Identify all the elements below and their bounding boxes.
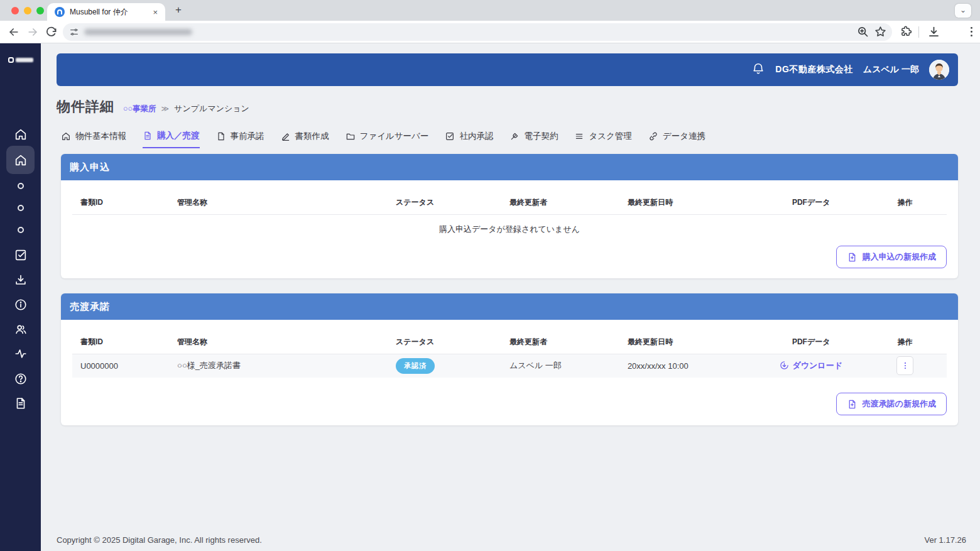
zoom-icon[interactable] bbox=[856, 25, 869, 38]
file-plus-icon bbox=[847, 252, 858, 263]
extensions-icon[interactable] bbox=[900, 25, 913, 38]
sidebar-item-activity[interactable] bbox=[0, 347, 41, 361]
app-sidebar bbox=[0, 43, 41, 551]
url-text-redacted bbox=[84, 29, 192, 35]
sidebar-item-documents[interactable] bbox=[0, 396, 41, 410]
file-plus-icon bbox=[847, 399, 858, 410]
home-icon bbox=[14, 128, 28, 141]
reload-icon[interactable] bbox=[45, 26, 58, 38]
musubell-logo bbox=[0, 57, 41, 63]
sidebar-item-downloads[interactable] bbox=[0, 273, 41, 287]
tab-data-link[interactable]: データ連携 bbox=[648, 130, 705, 148]
column-header: 操作 bbox=[864, 331, 947, 354]
circle-icon bbox=[18, 183, 24, 189]
list-icon bbox=[574, 131, 584, 141]
avatar[interactable] bbox=[929, 60, 949, 80]
tab-internal-approval[interactable]: 社内承認 bbox=[445, 130, 493, 148]
sidebar-item-approvals[interactable] bbox=[0, 248, 41, 262]
pencil-icon bbox=[281, 131, 291, 141]
create-purchase-application-button[interactable]: 購入申込の新規作成 bbox=[836, 246, 947, 268]
logo-wordmark bbox=[16, 58, 33, 62]
transfer-consent-panel: 売渡承諾 書類ID 管理名称 ステータス 最終更新者 最終更新日時 PDFデータ… bbox=[61, 293, 958, 425]
pen-nib-icon bbox=[509, 131, 520, 141]
tab-e-contract[interactable]: 電子契約 bbox=[509, 130, 558, 148]
back-icon[interactable] bbox=[8, 26, 20, 38]
status-badge: 承認済 bbox=[396, 358, 435, 374]
sidebar-item-sub-1[interactable] bbox=[0, 183, 41, 189]
column-header: 管理名称 bbox=[177, 192, 396, 214]
app-header-bar: DG不動産株式会社 ムスベル 一郎 bbox=[57, 53, 958, 86]
minimize-window-button[interactable] bbox=[24, 7, 31, 14]
table-row: U0000000 ○○様_売渡承諾書 承認済 ムスベル 一郎 20xx/xx/x… bbox=[72, 354, 947, 378]
tab-title: Musubell for 仲介 bbox=[70, 7, 151, 18]
browser-tab[interactable]: Musubell for 仲介 × bbox=[47, 3, 165, 21]
sidebar-item-property-active[interactable] bbox=[6, 146, 35, 174]
window-controls[interactable] bbox=[11, 7, 44, 14]
tab-document-creation[interactable]: 書類作成 bbox=[281, 130, 329, 148]
download-icon bbox=[14, 273, 28, 287]
sidebar-item-sub-2[interactable] bbox=[0, 205, 41, 211]
downloads-icon[interactable] bbox=[927, 25, 940, 38]
company-name: DG不動産株式会社 bbox=[775, 64, 853, 75]
home-icon bbox=[14, 153, 28, 167]
browser-window: Musubell for 仲介 × + ⌄ bbox=[0, 0, 980, 551]
column-header: ステータス bbox=[396, 331, 509, 354]
circle-icon bbox=[18, 205, 24, 211]
sidebar-item-sub-3[interactable] bbox=[0, 227, 41, 233]
sidebar-item-home[interactable] bbox=[0, 128, 41, 141]
tab-prior-consent[interactable]: 事前承諾 bbox=[216, 130, 264, 148]
browser-tab-strip: Musubell for 仲介 × + ⌄ bbox=[0, 0, 980, 21]
breadcrumb-parent-link[interactable]: ○○事業所 bbox=[123, 104, 156, 114]
forward-icon[interactable] bbox=[26, 26, 39, 38]
new-tab-button[interactable]: + bbox=[171, 3, 186, 18]
browser-menu-icon[interactable] bbox=[965, 25, 978, 38]
tab-close-icon[interactable]: × bbox=[151, 8, 159, 17]
check-square-icon bbox=[445, 131, 455, 141]
bookmark-star-icon[interactable] bbox=[874, 25, 887, 38]
row-actions-kebab-button[interactable] bbox=[896, 356, 913, 375]
users-icon bbox=[14, 322, 28, 336]
main-content: DG不動産株式会社 ムスベル 一郎 物件詳細 ○○事業所 ≫ サンプルマンション bbox=[41, 43, 980, 551]
download-circle-icon bbox=[780, 361, 789, 370]
tab-task-management[interactable]: タスク管理 bbox=[574, 130, 631, 148]
page-header: 物件詳細 ○○事業所 ≫ サンプルマンション bbox=[57, 97, 249, 116]
tab-file-server[interactable]: ファイルサーバー bbox=[346, 130, 429, 148]
sidebar-item-help[interactable] bbox=[0, 372, 41, 386]
cell-updated-by: ムスベル 一郎 bbox=[509, 354, 628, 378]
breadcrumb: ○○事業所 ≫ サンプルマンション bbox=[123, 103, 249, 114]
create-transfer-consent-button[interactable]: 売渡承諾の新規作成 bbox=[836, 393, 947, 415]
version-text: Ver 1.17.26 bbox=[925, 535, 967, 545]
sidebar-item-members[interactable] bbox=[0, 322, 41, 336]
sidebar-item-info[interactable] bbox=[0, 298, 41, 312]
address-bar[interactable] bbox=[63, 23, 892, 41]
fullscreen-window-button[interactable] bbox=[36, 7, 44, 14]
table-header-row: 書類ID 管理名称 ステータス 最終更新者 最終更新日時 PDFデータ 操作 bbox=[72, 331, 947, 354]
empty-state-message: 購入申込データが登録されていません bbox=[61, 224, 958, 235]
column-header: 最終更新者 bbox=[509, 331, 628, 354]
cell-status: 承認済 bbox=[396, 354, 509, 378]
help-icon bbox=[14, 372, 28, 386]
toolbar-divider bbox=[918, 26, 919, 38]
user-name: ムスベル 一郎 bbox=[863, 64, 919, 75]
tab-property-info[interactable]: 物件基本情報 bbox=[61, 130, 126, 148]
page-title: 物件詳細 bbox=[57, 97, 114, 116]
tab-search-chevron-icon[interactable]: ⌄ bbox=[955, 4, 971, 18]
page-footer: Copyright © 2025 Digital Garage, Inc. Al… bbox=[57, 535, 966, 545]
site-settings-icon[interactable] bbox=[69, 27, 79, 37]
column-header: 最終更新日時 bbox=[628, 192, 759, 214]
panel-title: 売渡承諾 bbox=[61, 293, 958, 320]
link-icon bbox=[648, 131, 658, 141]
info-icon bbox=[14, 298, 28, 312]
download-pdf-link[interactable]: ダウンロード bbox=[780, 360, 842, 371]
notifications-bell-icon[interactable] bbox=[751, 62, 765, 78]
close-window-button[interactable] bbox=[11, 7, 19, 14]
column-header: 管理名称 bbox=[177, 331, 396, 354]
column-header: 最終更新日時 bbox=[628, 331, 759, 354]
document-icon bbox=[14, 396, 28, 410]
file-icon bbox=[216, 131, 226, 141]
home-icon bbox=[61, 131, 71, 141]
folder-icon bbox=[346, 131, 356, 141]
tab-purchase-transfer[interactable]: 購入／売渡 bbox=[143, 130, 200, 148]
circle-icon bbox=[18, 227, 24, 233]
activity-icon bbox=[14, 347, 28, 361]
